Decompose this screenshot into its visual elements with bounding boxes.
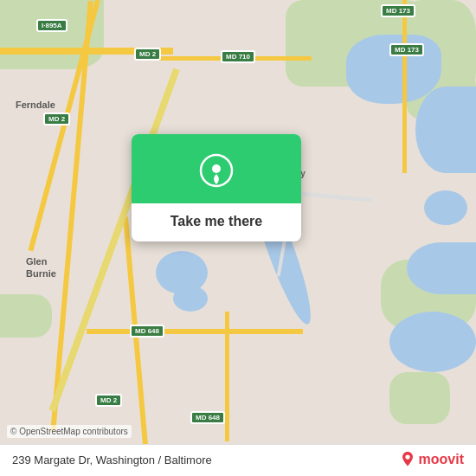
highway-sign-md173-2: MD 173 [389,43,424,56]
highway-sign-md2-2: MD 2 [134,48,161,61]
bottom-bar: 239 Margate Dr, Washington / Baltimore m… [0,444,476,476]
highway-sign-md2-1: MD 2 [43,113,70,125]
highway-sign-md648-2: MD 648 [190,411,225,424]
popup-header [132,134,301,203]
highway-sign-md2-3: MD 2 [95,394,122,407]
location-pin-icon [199,153,234,188]
moovit-brand-text: moovit [419,452,464,467]
location-popup: Take me there [132,134,301,241]
svg-point-2 [405,454,409,459]
highway-sign-md173-1: MD 173 [381,4,415,17]
map-attribution: © OpenStreetMap contributors [7,425,132,438]
glen-burnie-label: GlenBurnie [26,255,56,280]
address-text: 239 Margate Dr, Washington / Baltimore [12,453,212,466]
map-container: I·895A MD 2 MD 2 MD 710 MD 173 MD 173 MD… [0,0,476,476]
take-me-there-button[interactable]: Take me there [132,203,301,241]
ferndale-label: Ferndale [16,100,55,110]
highway-sign-md648-1: MD 648 [130,325,164,338]
highway-sign-md710: MD 710 [221,50,255,63]
highway-sign-i895a: I·895A [36,19,68,32]
moovit-icon [400,452,415,467]
moovit-logo: moovit [400,452,464,467]
svg-point-1 [212,164,221,173]
